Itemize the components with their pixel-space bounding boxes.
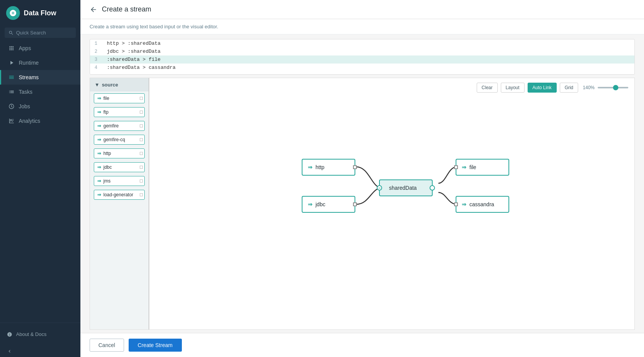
- palette-arrow-icon: ▼: [95, 82, 100, 88]
- palette-item-jdbc[interactable]: ⇒ jdbc: [94, 162, 145, 172]
- palette-item-jms-label: jms: [103, 178, 111, 184]
- create-stream-button[interactable]: Create Stream: [129, 339, 182, 352]
- tasks-icon: [8, 88, 15, 95]
- drag-handle[interactable]: [140, 193, 143, 196]
- palette-item-jdbc-label: jdbc: [103, 165, 112, 170]
- line-number-3: 3: [95, 57, 102, 62]
- arrow-icon: ⇒: [97, 151, 101, 156]
- node-jdbc[interactable]: ⇒ jdbc: [302, 196, 355, 213]
- sidebar-item-apps[interactable]: Apps: [0, 41, 80, 55]
- arrow-icon: ⇒: [97, 123, 101, 129]
- palette-section-label: source: [102, 82, 118, 88]
- sidebar-item-jobs-label: Jobs: [19, 103, 30, 109]
- stream-canvas[interactable]: Clear Layout Auto Link Grid 140%: [149, 78, 634, 329]
- runtime-icon: [8, 59, 15, 66]
- chevron-left-icon: [7, 349, 12, 354]
- node-file-arrow-icon: ⇒: [462, 164, 466, 170]
- arrow-icon: ⇒: [97, 165, 101, 170]
- connection-lines: [149, 78, 634, 329]
- sidebar: Data Flow Quick Search Apps Runtime Stre…: [0, 0, 80, 357]
- apps-icon: [8, 45, 15, 52]
- about-docs-label: About & Docs: [16, 331, 47, 337]
- palette-header-source[interactable]: ▼ source: [90, 78, 149, 91]
- node-jdbc-arrow-icon: ⇒: [308, 201, 312, 207]
- content-area: Create a stream using text based input o…: [80, 19, 644, 330]
- node-http[interactable]: ⇒ http: [302, 159, 355, 176]
- palette-item-gemfire[interactable]: ⇒ gemfire: [94, 121, 145, 131]
- arrow-icon: ⇒: [97, 109, 101, 115]
- arrow-icon: ⇒: [97, 192, 101, 197]
- drag-handle[interactable]: [140, 166, 143, 169]
- drag-handle[interactable]: [140, 138, 143, 141]
- palette-item-jms[interactable]: ⇒ jms: [94, 176, 145, 186]
- sidebar-header: Data Flow: [0, 0, 80, 26]
- grid-button[interactable]: Grid: [560, 83, 579, 93]
- auto-link-button[interactable]: Auto Link: [528, 83, 557, 93]
- palette-item-gemfire-cq-label: gemfire-cq: [103, 137, 125, 142]
- quick-search[interactable]: Quick Search: [5, 28, 76, 38]
- drag-handle[interactable]: [140, 152, 143, 155]
- sidebar-item-analytics[interactable]: Analytics: [0, 114, 80, 128]
- node-cassandra[interactable]: ⇒ cassandra: [456, 196, 509, 213]
- node-cassandra-input-port[interactable]: [454, 202, 458, 206]
- search-placeholder: Quick Search: [16, 30, 46, 36]
- clear-button[interactable]: Clear: [477, 83, 498, 93]
- analytics-icon: [8, 117, 15, 124]
- dsl-line-2: 2 jdbc > :sharedData: [90, 47, 634, 55]
- main-content: Create a stream Create a stream using te…: [80, 0, 644, 357]
- line-number-2: 2: [95, 49, 102, 54]
- palette-item-load-generator-label: load-generator: [103, 192, 133, 197]
- page-header: Create a stream: [80, 0, 644, 19]
- line-number-4: 4: [95, 65, 102, 70]
- palette-item-gemfire-label: gemfire: [103, 123, 119, 129]
- sidebar-item-apps-label: Apps: [19, 45, 31, 51]
- node-shareddata-output-port[interactable]: [430, 185, 435, 191]
- page-title: Create a stream: [102, 5, 151, 13]
- zoom-slider[interactable]: [598, 87, 628, 88]
- sidebar-item-jobs[interactable]: Jobs: [0, 99, 80, 114]
- node-jdbc-label: jdbc: [315, 201, 325, 207]
- jobs-icon: [8, 103, 15, 110]
- logo-icon: [6, 6, 20, 20]
- palette-item-ftp-label: ftp: [103, 109, 108, 115]
- palette-item-gemfire-cq[interactable]: ⇒ gemfire-cq: [94, 135, 145, 145]
- drag-handle[interactable]: [140, 124, 143, 127]
- dsl-line-4: 4 :sharedData > cassandra: [90, 64, 634, 74]
- node-file-input-port[interactable]: [454, 165, 458, 169]
- node-file[interactable]: ⇒ file: [456, 159, 509, 176]
- dsl-editor[interactable]: 1 http > :sharedData 2 jdbc > :sharedDat…: [90, 39, 635, 75]
- about-docs-link[interactable]: About & Docs: [7, 329, 74, 339]
- back-button[interactable]: [90, 6, 97, 13]
- palette-panel: ▼ source ⇒ file ⇒ ftp ⇒ gemfire: [90, 78, 149, 329]
- drag-handle[interactable]: [140, 179, 143, 183]
- zoom-label: 140%: [583, 85, 595, 90]
- description-text: Create a stream using text based input o…: [80, 19, 644, 34]
- drag-handle[interactable]: [140, 97, 143, 100]
- info-icon: [7, 332, 12, 337]
- sidebar-item-streams[interactable]: Streams: [0, 70, 80, 85]
- palette-item-file[interactable]: ⇒ file: [94, 93, 145, 103]
- sidebar-item-runtime-label: Runtime: [19, 60, 39, 66]
- sidebar-item-streams-label: Streams: [19, 74, 39, 80]
- dsl-line-1: 1 http > :sharedData: [90, 39, 634, 47]
- sidebar-collapse-btn[interactable]: [0, 346, 80, 357]
- palette-item-ftp[interactable]: ⇒ ftp: [94, 107, 145, 117]
- cancel-button[interactable]: Cancel: [90, 339, 124, 352]
- node-jdbc-output-port[interactable]: [353, 202, 357, 206]
- node-shareddata-input-port[interactable]: ∞: [377, 185, 382, 191]
- arrow-icon: ⇒: [97, 137, 101, 142]
- layout-button[interactable]: Layout: [501, 83, 525, 93]
- palette-item-load-generator[interactable]: ⇒ load-generator: [94, 190, 145, 200]
- palette-item-http[interactable]: ⇒ http: [94, 148, 145, 158]
- palette-item-file-label: file: [103, 96, 109, 101]
- sidebar-bottom: About & Docs: [0, 323, 80, 346]
- arrow-icon: ⇒: [97, 96, 101, 101]
- sidebar-item-runtime[interactable]: Runtime: [0, 55, 80, 70]
- streams-icon: [8, 74, 15, 81]
- dsl-line-3: 3 :sharedData > file: [90, 55, 634, 64]
- sidebar-item-tasks[interactable]: Tasks: [0, 85, 80, 99]
- node-shareddata[interactable]: ∞ sharedData: [379, 179, 433, 196]
- node-http-label: http: [315, 164, 324, 170]
- node-http-output-port[interactable]: [353, 165, 357, 169]
- drag-handle[interactable]: [140, 111, 143, 114]
